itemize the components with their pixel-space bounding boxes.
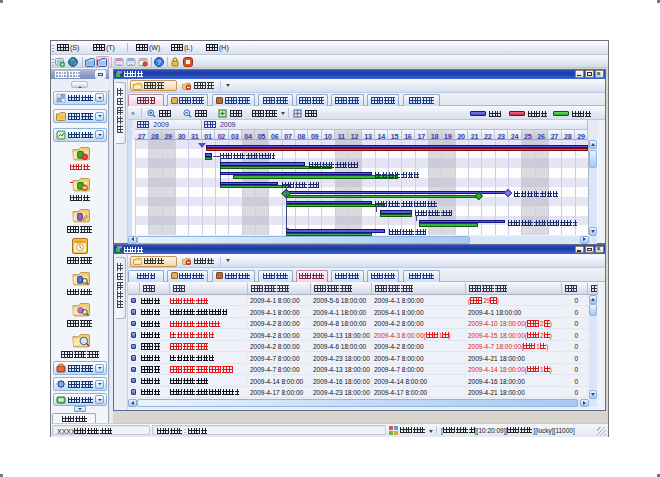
- svg-text:?: ?: [157, 59, 161, 66]
